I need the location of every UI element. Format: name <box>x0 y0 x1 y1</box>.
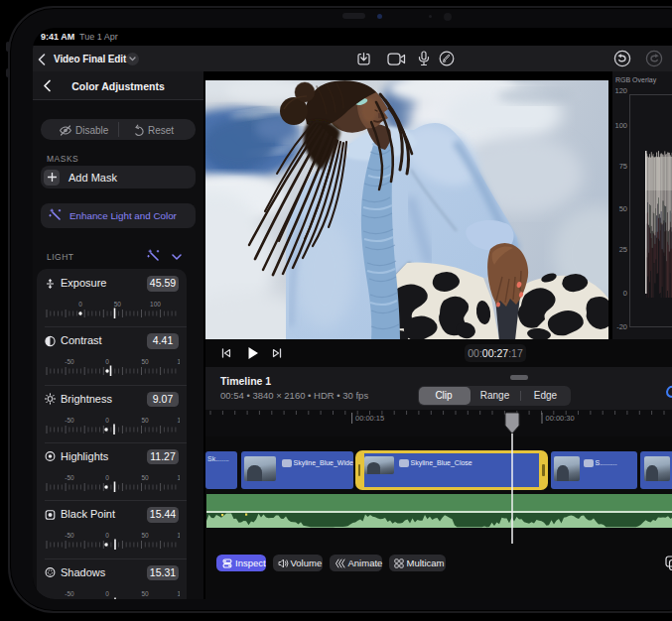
svg-text:50: 50 <box>141 590 149 597</box>
svg-text:100: 100 <box>150 301 161 308</box>
svg-text:0: 0 <box>105 532 109 539</box>
svg-text:-50: -50 <box>65 532 74 539</box>
svg-text:50: 50 <box>114 301 122 308</box>
svg-text:-50: -50 <box>65 358 74 365</box>
svg-text:0: 0 <box>105 590 109 597</box>
svg-text:0: 0 <box>105 474 109 481</box>
svg-text:00:00:15: 00:00:15 <box>355 414 384 423</box>
svg-text:100: 100 <box>178 532 180 539</box>
svg-text:50: 50 <box>141 474 149 481</box>
svg-text:50: 50 <box>141 532 149 539</box>
svg-text:100: 100 <box>178 417 180 424</box>
svg-text:50: 50 <box>141 358 149 365</box>
svg-text:100: 100 <box>178 590 180 597</box>
svg-text:50: 50 <box>141 417 149 424</box>
svg-text:-50: -50 <box>65 474 74 481</box>
svg-text:-50: -50 <box>65 590 74 597</box>
svg-text:100: 100 <box>178 474 180 481</box>
svg-text:00:00:30: 00:00:30 <box>546 414 575 423</box>
svg-text:-50: -50 <box>65 417 74 424</box>
svg-text:0: 0 <box>105 417 109 424</box>
svg-text:0: 0 <box>105 358 109 365</box>
svg-text:0: 0 <box>78 301 82 308</box>
svg-text:100: 100 <box>178 358 180 365</box>
